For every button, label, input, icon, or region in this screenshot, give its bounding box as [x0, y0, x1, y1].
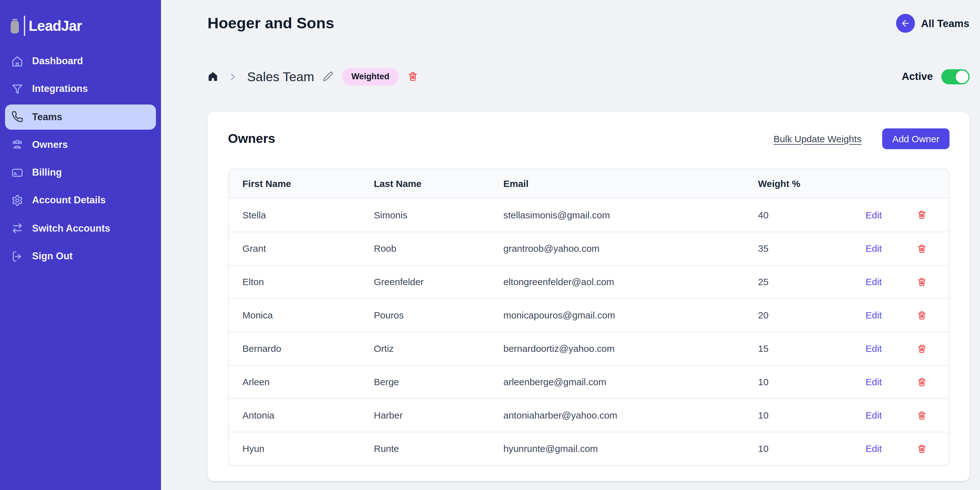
sidebar-item-label: Teams — [32, 111, 62, 123]
owners-title: Owners — [228, 131, 773, 146]
delete-owner-trash-icon[interactable] — [917, 243, 927, 253]
edit-link[interactable]: Edit — [865, 209, 882, 220]
delete-team-trash-icon[interactable] — [407, 72, 418, 82]
delete-owner-trash-icon[interactable] — [917, 277, 927, 287]
weighted-badge: Weighted — [342, 68, 399, 85]
table-row: Grant Roob grantroob@yahoo.com 35 Edit — [229, 231, 949, 265]
delete-owner-trash-icon[interactable] — [917, 310, 927, 320]
sidebar-item-label: Integrations — [32, 83, 88, 95]
delete-owner-trash-icon[interactable] — [917, 444, 927, 453]
cell-last-name: Harber — [374, 410, 503, 420]
delete-owner-trash-icon[interactable] — [917, 377, 927, 387]
edit-link[interactable]: Edit — [865, 410, 882, 420]
cell-weight: 40 — [758, 209, 865, 220]
sidebar-item-label: Account Details — [32, 195, 106, 206]
cell-email: hyunrunte@gmail.com — [503, 443, 758, 454]
cell-weight: 10 — [758, 377, 865, 387]
table-row: Hyun Runte hyunrunte@gmail.com 10 Edit — [229, 431, 949, 465]
cell-weight: 35 — [758, 243, 865, 254]
edit-link[interactable]: Edit — [865, 310, 882, 320]
brand-name: LeadJar — [29, 17, 82, 34]
edit-link[interactable]: Edit — [865, 377, 882, 387]
sidebar-item-sign-out[interactable]: Sign Out — [5, 244, 156, 269]
sign-out-icon — [11, 250, 23, 262]
cell-first-name: Elton — [242, 276, 374, 287]
table-row: Arleen Berge arleenberge@gmail.com 10 Ed… — [229, 365, 949, 398]
table-row: Bernardo Ortiz bernardoortiz@yahoo.com 1… — [229, 331, 949, 365]
sidebar-item-label: Dashboard — [32, 55, 83, 67]
cell-actions: Edit — [865, 310, 949, 320]
sidebar-item-billing[interactable]: Billing — [5, 160, 156, 185]
funnel-icon — [11, 83, 23, 95]
cell-first-name: Stella — [242, 209, 374, 220]
back-arrow-icon[interactable] — [896, 14, 915, 33]
breadcrumb-home-icon[interactable] — [207, 72, 218, 82]
cell-last-name: Simonis — [374, 209, 503, 220]
page-header: Hoeger and Sons All Teams — [207, 14, 969, 33]
sidebar-item-dashboard[interactable]: Dashboard — [5, 48, 156, 73]
table-row: Antonia Harber antoniaharber@yahoo.com 1… — [229, 398, 949, 431]
add-owner-button[interactable]: Add Owner — [882, 128, 950, 149]
sidebar-item-owners[interactable]: Owners — [5, 132, 156, 157]
cell-email: grantroob@yahoo.com — [503, 243, 758, 254]
delete-owner-trash-icon[interactable] — [917, 410, 927, 420]
owners-card-header: Owners Bulk Update Weights Add Owner — [228, 128, 950, 149]
delete-owner-trash-icon[interactable] — [917, 343, 927, 353]
cell-weight: 10 — [758, 443, 865, 454]
team-name: Sales Team — [247, 69, 314, 85]
logo-divider — [24, 16, 25, 36]
bulk-update-weights-link[interactable]: Bulk Update Weights — [773, 133, 861, 144]
sidebar-item-switch-accounts[interactable]: Switch Accounts — [5, 216, 156, 241]
table-row: Elton Greenfelder eltongreenfelder@aol.c… — [229, 265, 949, 298]
cell-last-name: Ortiz — [374, 343, 503, 354]
delete-owner-trash-icon[interactable] — [917, 210, 927, 220]
owners-card: Owners Bulk Update Weights Add Owner Fir… — [207, 112, 969, 480]
sidebar-nav: Dashboard Integrations Teams Owners — [5, 48, 156, 269]
all-teams-label: All Teams — [921, 17, 969, 29]
credit-card-icon — [11, 166, 23, 179]
table-header-row: First Name Last Name Email Weight % — [229, 169, 949, 198]
cell-first-name: Hyun — [242, 443, 374, 454]
cell-actions: Edit — [865, 443, 949, 454]
cell-email: antoniaharber@yahoo.com — [503, 410, 758, 420]
active-toggle-group: Active — [902, 69, 969, 85]
table-row: Stella Simonis stellasimonis@gmail.com 4… — [229, 198, 949, 231]
chevron-right-icon — [228, 72, 238, 82]
sidebar-item-label: Sign Out — [32, 251, 73, 262]
cell-email: stellasimonis@gmail.com — [503, 209, 758, 220]
cell-email: monicapouros@gmail.com — [503, 310, 758, 320]
edit-pencil-icon[interactable] — [322, 72, 333, 82]
cell-email: eltongreenfelder@aol.com — [503, 276, 758, 287]
header-weight: Weight % — [758, 178, 865, 188]
edit-link[interactable]: Edit — [865, 243, 882, 254]
toggle-knob — [956, 70, 968, 83]
sidebar-item-account-details[interactable]: Account Details — [5, 188, 156, 213]
jar-logo-icon — [10, 18, 19, 34]
cell-weight: 15 — [758, 343, 865, 354]
page-title: Hoeger and Sons — [207, 14, 334, 32]
main-content: Hoeger and Sons All Teams Sales Team Wei… — [161, 0, 980, 490]
all-teams-button[interactable]: All Teams — [896, 14, 969, 33]
sidebar-item-teams[interactable]: Teams — [5, 104, 156, 129]
cell-email: bernardoortiz@yahoo.com — [503, 343, 758, 354]
app-root: LeadJar Dashboard Integrations Teams — [0, 0, 980, 490]
sidebar-item-integrations[interactable]: Integrations — [5, 77, 156, 102]
cell-actions: Edit — [865, 209, 949, 220]
cell-first-name: Bernardo — [242, 343, 374, 354]
edit-link[interactable]: Edit — [865, 443, 882, 454]
cell-last-name: Roob — [374, 243, 503, 254]
home-icon — [11, 55, 23, 67]
cell-last-name: Berge — [374, 377, 503, 387]
breadcrumb-row: Sales Team Weighted Active — [207, 68, 969, 85]
phone-icon — [11, 111, 23, 123]
edit-link[interactable]: Edit — [865, 343, 882, 354]
header-email: Email — [503, 178, 758, 188]
header-last-name: Last Name — [374, 178, 503, 188]
sidebar-item-label: Billing — [32, 167, 62, 178]
edit-link[interactable]: Edit — [865, 276, 882, 287]
cell-last-name: Runte — [374, 443, 503, 454]
cell-first-name: Monica — [242, 310, 374, 320]
cell-weight: 10 — [758, 410, 865, 420]
sidebar-item-label: Switch Accounts — [32, 223, 110, 234]
active-toggle[interactable] — [941, 69, 969, 85]
